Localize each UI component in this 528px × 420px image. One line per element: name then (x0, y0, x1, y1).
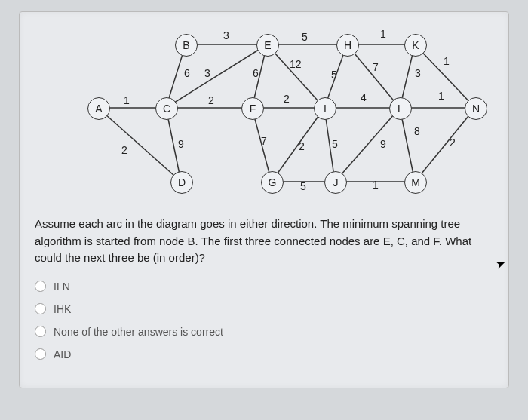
edge-ln: 1 (438, 90, 444, 102)
edge-cf: 2 (208, 94, 214, 106)
node-j: J (324, 171, 347, 194)
radio-icon (35, 348, 46, 360)
node-f: F (241, 97, 264, 120)
edge-jm: 1 (373, 179, 379, 191)
node-g: G (261, 171, 284, 194)
node-a: A (87, 97, 110, 120)
answer-options: ILN IHK None of the other answers is cor… (35, 281, 493, 360)
node-n: N (465, 97, 487, 120)
svg-line-12 (272, 108, 324, 182)
edge-kn: 1 (444, 55, 450, 67)
edge-ad2: 2 (121, 144, 127, 156)
option-label: None of the other answers is correct (54, 326, 223, 338)
edge-ef: 6 (253, 67, 259, 79)
edge-kl: 3 (415, 67, 421, 79)
option-label: IHK (54, 303, 71, 315)
edge-hl7: 7 (373, 61, 379, 73)
edge-ei12: 12 (290, 58, 302, 70)
svg-line-9 (267, 44, 324, 108)
option-1[interactable]: IHK (35, 303, 493, 315)
svg-line-24 (335, 108, 400, 182)
node-b: B (175, 34, 198, 57)
edge-hi: 5 (331, 69, 337, 81)
node-d: D (170, 171, 193, 194)
edge-lm: 9 (380, 138, 386, 150)
option-label: AID (54, 348, 71, 360)
radio-icon (35, 303, 46, 314)
svg-line-21 (415, 44, 475, 108)
edge-lm8: 8 (414, 125, 420, 137)
node-k: K (404, 34, 427, 57)
svg-line-25 (415, 108, 475, 182)
node-l: L (389, 97, 412, 120)
edge-bc: 6 (184, 67, 190, 79)
edge-fi: 2 (284, 93, 290, 105)
node-m: M (404, 171, 427, 194)
edge-be: 3 (223, 29, 229, 41)
option-0[interactable]: ILN (35, 281, 493, 293)
node-h: H (336, 34, 359, 57)
edge-fg: 7 (261, 135, 267, 147)
question-text: Assume each arc in the diagram goes in e… (35, 216, 493, 267)
option-label: ILN (54, 281, 70, 293)
edge-gj: 5 (300, 180, 306, 192)
radio-icon (35, 281, 46, 292)
question-page: A B C D E F G H I J K L M N 1 2 6 3 9 3 … (19, 11, 509, 388)
edge-ij: 5 (332, 138, 338, 150)
edge-gi2: 2 (299, 140, 305, 152)
option-3[interactable]: AID (35, 348, 493, 360)
edge-il: 4 (361, 91, 367, 103)
option-2[interactable]: None of the other answers is correct (35, 326, 493, 338)
node-e: E (256, 34, 279, 57)
graph-diagram: A B C D E F G H I J K L M N 1 2 6 3 9 3 … (65, 23, 493, 204)
edge-ac: 1 (124, 94, 130, 106)
edge-eh: 5 (302, 31, 308, 43)
edge-ce3: 3 (204, 67, 210, 79)
edge-mn: 2 (450, 136, 456, 149)
edge-hk: 1 (380, 28, 386, 40)
radio-icon (35, 326, 46, 337)
node-c: C (155, 97, 178, 120)
node-i: I (314, 97, 336, 120)
edge-cd: 9 (178, 138, 184, 150)
